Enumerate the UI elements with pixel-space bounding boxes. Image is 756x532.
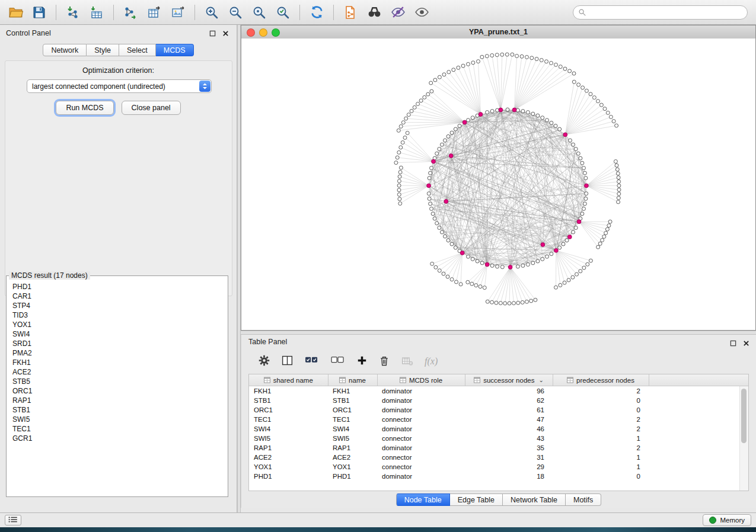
- network-node[interactable]: [521, 264, 525, 267]
- network-node[interactable]: [536, 114, 540, 117]
- network-node[interactable]: [574, 148, 578, 151]
- network-node[interactable]: [615, 168, 619, 171]
- network-node[interactable]: [446, 134, 450, 138]
- close-window-icon[interactable]: [247, 28, 255, 37]
- network-node[interactable]: [534, 298, 537, 302]
- network-node[interactable]: [617, 188, 621, 191]
- save-button[interactable]: [28, 2, 50, 23]
- network-node[interactable]: [536, 259, 540, 263]
- tab-node-table[interactable]: Node Table: [396, 493, 450, 506]
- network-node[interactable]: [438, 226, 441, 230]
- share-document-button[interactable]: [340, 2, 361, 23]
- network-node[interactable]: [617, 184, 621, 187]
- network-hub-node[interactable]: [541, 243, 545, 247]
- network-node[interactable]: [571, 275, 575, 279]
- network-node[interactable]: [490, 264, 494, 267]
- network-node[interactable]: [454, 127, 457, 131]
- network-node[interactable]: [459, 283, 462, 286]
- network-node[interactable]: [617, 200, 620, 204]
- network-node[interactable]: [397, 180, 401, 183]
- network-node[interactable]: [450, 131, 454, 134]
- network-node[interactable]: [461, 64, 465, 68]
- network-node[interactable]: [495, 53, 499, 57]
- network-node[interactable]: [526, 263, 529, 267]
- network-hub-node[interactable]: [508, 265, 512, 270]
- network-node[interactable]: [394, 161, 398, 165]
- network-node[interactable]: [563, 67, 567, 70]
- import-table-button[interactable]: [86, 2, 107, 23]
- add-button[interactable]: [355, 354, 369, 369]
- network-node[interactable]: [515, 55, 519, 58]
- network-node[interactable]: [535, 57, 538, 61]
- zoom-selected-button[interactable]: [272, 2, 294, 23]
- network-node[interactable]: [398, 175, 401, 178]
- network-hub-node[interactable]: [577, 220, 581, 224]
- network-node[interactable]: [401, 141, 404, 145]
- network-node[interactable]: [442, 73, 446, 76]
- network-node[interactable]: [554, 124, 557, 128]
- network-node[interactable]: [559, 283, 562, 287]
- table-row[interactable]: SWI5SWI5connector431: [249, 434, 748, 443]
- network-node[interactable]: [397, 188, 401, 192]
- zoom-in-button[interactable]: [201, 2, 222, 23]
- network-node[interactable]: [426, 92, 430, 96]
- network-node[interactable]: [608, 220, 612, 223]
- network-node[interactable]: [470, 282, 474, 286]
- panel-selector-button[interactable]: [5, 515, 21, 525]
- network-hub-node[interactable]: [479, 113, 483, 117]
- table-row[interactable]: PHD1PHD1dominator180: [249, 472, 748, 481]
- network-node[interactable]: [596, 245, 600, 249]
- table-row[interactable]: SWI4SWI4dominator462: [249, 424, 748, 434]
- network-node[interactable]: [525, 300, 529, 303]
- network-node[interactable]: [406, 131, 409, 134]
- select-all-button[interactable]: [303, 354, 321, 370]
- table-row[interactable]: TEC1TEC1connector472: [249, 415, 748, 424]
- network-node[interactable]: [486, 111, 489, 114]
- column-header-shared_name[interactable]: shared name: [249, 374, 328, 386]
- network-node[interactable]: [430, 207, 433, 210]
- network-node[interactable]: [398, 202, 402, 206]
- tab-edge-table[interactable]: Edge Table: [450, 493, 503, 506]
- network-node[interactable]: [558, 127, 562, 131]
- table-row[interactable]: ACE2ACE2connector311: [249, 453, 748, 462]
- network-hub-node[interactable]: [585, 184, 589, 188]
- network-node[interactable]: [583, 202, 586, 206]
- network-hub-node[interactable]: [427, 184, 431, 188]
- network-node[interactable]: [404, 117, 408, 120]
- result-node[interactable]: RAP1: [12, 396, 222, 405]
- tab-select[interactable]: Select: [119, 44, 156, 56]
- deselect-all-button[interactable]: [329, 354, 347, 370]
- network-node[interactable]: [586, 262, 589, 266]
- network-node[interactable]: [550, 61, 553, 65]
- result-node[interactable]: SWI5: [12, 415, 222, 424]
- result-node[interactable]: PHD1: [12, 282, 222, 291]
- network-node[interactable]: [471, 257, 474, 261]
- columns-button[interactable]: [280, 353, 295, 370]
- network-node[interactable]: [431, 212, 435, 216]
- float-panel-icon[interactable]: [208, 29, 216, 37]
- network-node[interactable]: [438, 269, 441, 273]
- network-node[interactable]: [399, 166, 403, 169]
- network-node[interactable]: [474, 284, 478, 287]
- network-node[interactable]: [444, 139, 447, 142]
- network-node[interactable]: [471, 61, 475, 65]
- network-node[interactable]: [585, 192, 588, 196]
- tab-network-table[interactable]: Network Table: [503, 493, 566, 506]
- network-node[interactable]: [442, 272, 445, 275]
- gear-button[interactable]: [257, 353, 272, 370]
- network-node[interactable]: [407, 113, 410, 117]
- network-node[interactable]: [554, 286, 558, 289]
- network-node[interactable]: [531, 261, 535, 265]
- network-node[interactable]: [433, 217, 436, 220]
- network-node[interactable]: [428, 197, 431, 200]
- network-node[interactable]: [546, 255, 549, 258]
- network-node[interactable]: [562, 242, 565, 246]
- network-node[interactable]: [602, 235, 606, 238]
- column-header-mcds_role[interactable]: MCDS role: [377, 374, 465, 386]
- network-node[interactable]: [399, 146, 403, 149]
- refresh-button[interactable]: [306, 2, 327, 23]
- table-row[interactable]: STB1STB1dominator620: [249, 396, 748, 405]
- result-node[interactable]: TID3: [12, 310, 222, 320]
- result-node[interactable]: STB5: [12, 377, 222, 386]
- network-node[interactable]: [572, 72, 576, 75]
